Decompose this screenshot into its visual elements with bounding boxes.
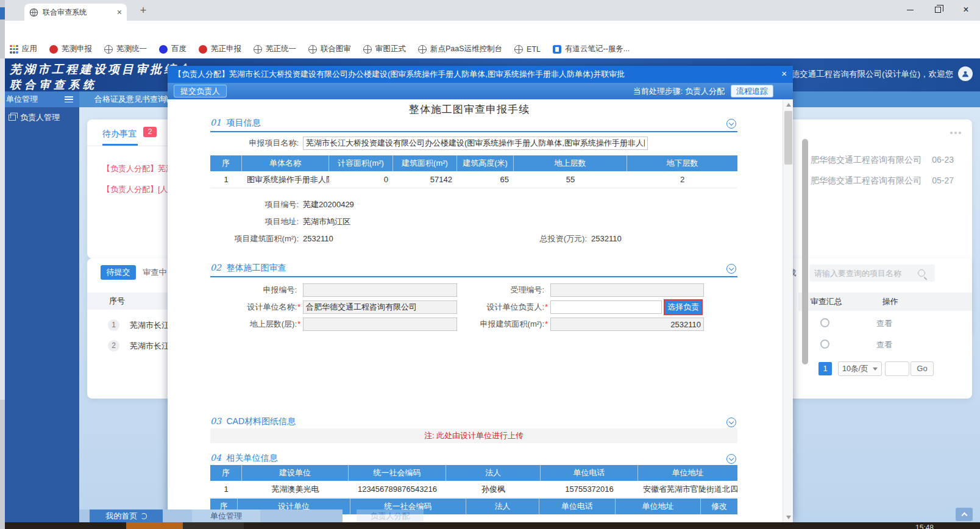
submit-manager-button[interactable]: 提交负责人 bbox=[174, 85, 227, 98]
window-copy-icon bbox=[9, 115, 16, 121]
page-number-button[interactable]: 1 bbox=[818, 362, 832, 375]
window-minimize-button[interactable] bbox=[896, 0, 924, 20]
cell: 123456789876543216 bbox=[349, 481, 446, 498]
search-icon[interactable] bbox=[918, 269, 925, 277]
bookmark-item[interactable]: 芜正申报 bbox=[199, 44, 241, 54]
section-project-info: 01 项目信息 bbox=[210, 118, 737, 132]
required-star: * bbox=[297, 318, 300, 331]
collapse-chevron-icon[interactable] bbox=[726, 454, 736, 464]
bookmark-item[interactable]: 审图正式 bbox=[363, 44, 406, 54]
field-value: 2532110 bbox=[303, 232, 333, 246]
process-trace-button[interactable]: 流程追踪 bbox=[731, 85, 773, 98]
search-input[interactable] bbox=[814, 269, 918, 278]
screen: 联合审查系统 × + × 不安全 60.167.58.69:8082/sgtsc… bbox=[0, 0, 980, 529]
bookmark-favicon bbox=[514, 45, 523, 54]
close-tab-icon[interactable]: × bbox=[117, 7, 122, 17]
col-header: 法人 bbox=[466, 499, 539, 514]
summary-radio[interactable] bbox=[820, 339, 829, 349]
field-value: 芜建20200429 bbox=[303, 198, 354, 211]
area-input[interactable] bbox=[550, 318, 704, 331]
bookmark-favicon bbox=[363, 45, 372, 54]
page-size-select[interactable]: 10条/页 bbox=[838, 361, 882, 376]
user-avatar-icon[interactable] bbox=[958, 66, 973, 81]
design-unit-input[interactable] bbox=[303, 300, 457, 314]
bookmarks-bar: 应用 芜测申报 芜测统一 百度 芜正申报 芜正统一 联合图审 审图正式 新点Pa… bbox=[0, 40, 980, 59]
more-menu-icon[interactable] bbox=[950, 132, 961, 134]
col-header: 序 bbox=[210, 155, 242, 171]
design-manager-input[interactable] bbox=[550, 300, 662, 314]
sidebar bbox=[0, 107, 79, 522]
bookmark-item[interactable]: 芜测申报 bbox=[49, 44, 92, 54]
accept-no-input[interactable] bbox=[550, 283, 704, 297]
bookmark-item[interactable]: 联合图审 bbox=[308, 44, 351, 54]
bookmark-item[interactable]: 百度 bbox=[159, 44, 186, 54]
cell: 15755372016 bbox=[541, 481, 638, 498]
sidebar-item-manager[interactable]: 负责人管理 bbox=[9, 112, 60, 123]
collapse-chevron-icon[interactable] bbox=[726, 417, 736, 427]
todo-count-badge: 2 bbox=[143, 127, 157, 137]
go-button[interactable]: Go bbox=[911, 361, 934, 376]
row-index: 2 bbox=[108, 340, 119, 352]
bookmark-item[interactable]: 芜测统一 bbox=[104, 44, 147, 54]
tab-to-submit[interactable]: 待提交 bbox=[101, 265, 136, 280]
bookmark-item[interactable]: 新点PaaS运维控制台 bbox=[418, 44, 502, 54]
collapse-chevron-icon[interactable] bbox=[726, 119, 736, 129]
field-label: 受理编号: bbox=[459, 283, 544, 297]
table-row: 1 芜湖澳美光电 123456789876543216 孙俊枫 15755372… bbox=[210, 481, 737, 498]
dialog-close-icon[interactable]: × bbox=[781, 66, 787, 83]
refresh-icon[interactable] bbox=[141, 513, 147, 519]
window-restore-button[interactable] bbox=[924, 0, 952, 20]
col-header: 地上层数 bbox=[514, 155, 627, 171]
welcome-text: 华德交通工程咨询有限公司(设计单位)，欢迎您 bbox=[783, 69, 953, 80]
sidebar-group-unit-management[interactable]: 单位管理 bbox=[0, 91, 79, 107]
footer-tab-home[interactable]: 我的首页 bbox=[90, 509, 163, 522]
browser-toolbar: 不安全 60.167.58.69:8082/sgtscqy/frame/fui/… bbox=[0, 21, 980, 40]
field-label: 设计单位负责人: bbox=[459, 300, 544, 314]
view-link[interactable]: 查看 bbox=[876, 339, 892, 350]
collapse-chevron-icon[interactable] bbox=[726, 264, 736, 274]
window-close-button[interactable]: × bbox=[952, 0, 980, 20]
taskbar-app[interactable] bbox=[183, 522, 244, 529]
scroll-down-icon[interactable] bbox=[783, 512, 793, 522]
scrollbar-thumb[interactable] bbox=[784, 111, 792, 165]
bookmark-item[interactable]: ETL bbox=[514, 45, 541, 54]
project-name-input[interactable] bbox=[303, 137, 648, 150]
col-header: 建筑高度(米) bbox=[457, 155, 514, 171]
notice-row[interactable]: 肥华德交通工程咨询有限公司 bbox=[811, 155, 921, 166]
project-search[interactable] bbox=[809, 264, 935, 282]
cell: 55 bbox=[514, 171, 627, 188]
todo-link[interactable]: 【负责人分配】芜湖 bbox=[102, 163, 174, 174]
floors-input[interactable] bbox=[303, 318, 457, 331]
back-to-top-button[interactable] bbox=[956, 508, 973, 521]
goto-page-input[interactable] bbox=[885, 361, 909, 376]
todo-link[interactable]: 【负责人分配】[人防 bbox=[102, 184, 176, 195]
apps-grid-icon bbox=[10, 45, 18, 54]
dialog-body: 整体施工图审查申报手续 01 项目信息 申报项目名称: 序 单体名称 计容面积(… bbox=[168, 99, 793, 522]
notice-row[interactable]: 肥华德交通工程咨询有限公司 bbox=[811, 176, 921, 186]
tab-todo-items[interactable]: 待办事宜 bbox=[102, 129, 137, 140]
building-table: 序 单体名称 计容面积(m²) 建筑面积(m²) 建筑高度(米) 地上层数 地下… bbox=[210, 155, 737, 188]
bookmark-favicon bbox=[159, 45, 168, 54]
required-star: * bbox=[545, 300, 548, 314]
declare-no-input[interactable] bbox=[303, 283, 457, 297]
footer-tab-assign[interactable]: 负责人分配 bbox=[357, 509, 424, 522]
footer-tab-unit[interactable]: 单位管理 bbox=[192, 509, 260, 522]
field-value: 2532110 bbox=[591, 232, 622, 246]
bookmark-item[interactable]: 有道云笔记--服务... bbox=[553, 44, 630, 54]
field-label: 申报项目名称: bbox=[210, 137, 299, 150]
col-header: 单位地址 bbox=[638, 465, 737, 481]
summary-radio[interactable] bbox=[820, 318, 829, 327]
collapse-sidebar-icon[interactable] bbox=[65, 96, 73, 102]
select-manager-button[interactable]: 选择负责 bbox=[664, 299, 703, 315]
field-label: 申报建筑面积(m²): bbox=[459, 318, 544, 331]
browser-tab[interactable]: 联合审查系统 × bbox=[24, 4, 127, 21]
apps-shortcut[interactable]: 应用 bbox=[10, 44, 37, 54]
dialog-scrollbar[interactable] bbox=[783, 99, 793, 522]
page-scrollbar-thumb[interactable] bbox=[802, 139, 808, 364]
bookmark-item[interactable]: 芜正统一 bbox=[254, 44, 296, 54]
new-tab-button[interactable]: + bbox=[135, 3, 151, 19]
view-link[interactable]: 查看 bbox=[876, 318, 892, 329]
scroll-up-icon[interactable] bbox=[783, 99, 793, 110]
taskbar-app[interactable] bbox=[126, 522, 183, 529]
cell: 1 bbox=[210, 171, 242, 188]
